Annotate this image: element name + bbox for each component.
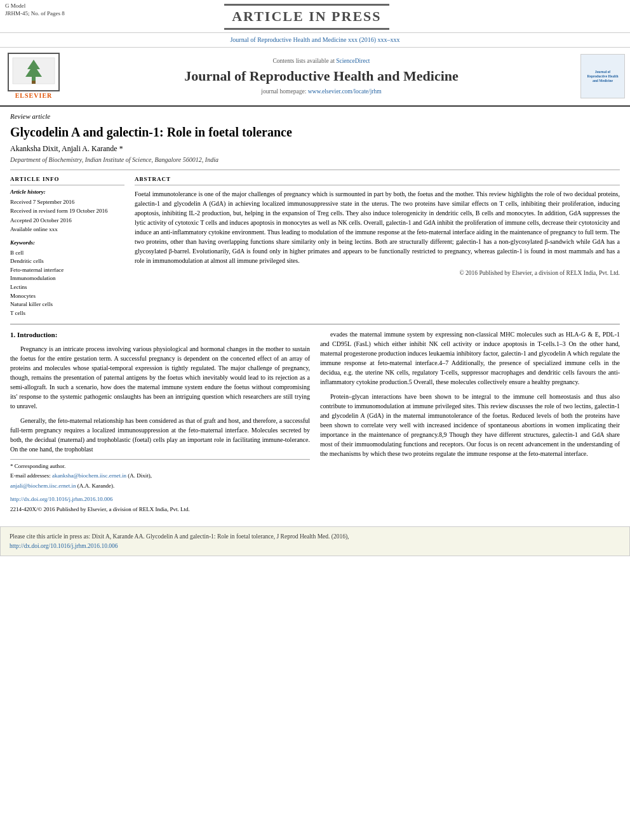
footnote-area: * Corresponding author. E-mail addresses… [10, 459, 310, 491]
top-banner: G Model JRHM-45; No. of Pages 8 ARTICLE … [0, 0, 630, 33]
authors-text: Akanksha Dixit, Anjali A. Karande * [10, 144, 123, 153]
available-text: Available online xxx [10, 225, 124, 234]
article-authors: Akanksha Dixit, Anjali A. Karande * [10, 143, 620, 154]
journal-title-section: Contents lists available at ScienceDirec… [62, 57, 580, 96]
keyword-nk-cells: Natural killer cells [10, 300, 124, 309]
email1-name: (A. Dixit), [128, 472, 152, 479]
right-column: evades the maternal immune system by exp… [320, 330, 620, 515]
jrhm-label: JRHM-45; No. of Pages 8 [5, 10, 65, 18]
email-line-1: E-mail addresses: akanksha@biochem.iisc.… [10, 472, 310, 481]
article-type-label: Review article [10, 112, 620, 121]
homepage-label: journal homepage: [261, 88, 306, 95]
intro-heading: 1. Introduction: [10, 330, 310, 340]
thumbnail-title: Journal ofReproductive Healthand Medicin… [587, 70, 619, 83]
article-body: Review article Glycodelin A and galectin… [0, 107, 630, 520]
abstract-title: ABSTRACT [135, 175, 620, 185]
journal-subtitle-text: Journal of Reproductive Health and Medic… [230, 36, 399, 43]
email2-link[interactable]: anjali@biochem.iisc.ernet.in [10, 483, 76, 489]
email2-name: (A.A. Karande). [77, 483, 114, 489]
elsevier-logo: ELSEVIER [5, 53, 62, 100]
homepage-url-link[interactable]: www.elsevier.com/locate/jrhm [308, 88, 382, 95]
contents-available-text: Contents lists available at ScienceDirec… [70, 57, 573, 65]
intro-para3: evades the maternal immune system by exp… [320, 330, 620, 387]
footer-cite-text: Please cite this article in press as: Di… [10, 533, 349, 540]
journal-homepage: journal homepage: www.elsevier.com/locat… [70, 88, 573, 96]
science-direct-link[interactable]: ScienceDirect [336, 58, 370, 64]
journal-thumbnail: Journal ofReproductive Healthand Medicin… [580, 54, 625, 98]
keyword-dendritic-cells: Dendritic cells [10, 257, 124, 265]
contents-available-label: Contents lists available at [272, 58, 334, 64]
keywords-section: Keywords: B cell Dendritic cells Feto-ma… [10, 239, 124, 317]
elsevier-logo-box [8, 53, 60, 91]
intro-para2: Generally, the feto-maternal relationshi… [10, 416, 310, 454]
g-model-info: G Model JRHM-45; No. of Pages 8 [5, 3, 65, 17]
intro-para4: Protein–glycan interactions have been sh… [320, 392, 620, 458]
article-info-section: ARTICLE INFO Article history: Received 7… [10, 175, 124, 317]
article-title: Glycodelin A and galectin-1: Role in foe… [10, 124, 620, 140]
article-in-press-banner: ARTICLE IN PRESS [65, 3, 549, 31]
keyword-b-cell: B cell [10, 249, 124, 257]
keyword-feto-maternal: Feto-maternal interface [10, 266, 124, 274]
article-info-title: ARTICLE INFO [10, 175, 124, 185]
g-model-label: G Model [5, 3, 65, 10]
svg-rect-2 [32, 81, 36, 84]
journal-header: ELSEVIER Contents lists available at Sci… [0, 48, 630, 107]
elsevier-brand-text: ELSEVIER [5, 91, 62, 100]
article-affiliation: Department of Biochemistry, Indian Insti… [10, 156, 620, 164]
elsevier-logo-svg [11, 57, 56, 85]
email-line-2: anjali@biochem.iisc.ernet.in (A.A. Karan… [10, 482, 310, 491]
abstract-section: ABSTRACT Foetal immunotolerance is one o… [135, 175, 620, 317]
accepted-text: Accepted 20 October 2016 [10, 217, 124, 225]
keyword-lectins: Lectins [10, 283, 124, 291]
keyword-monocytes: Monocytes [10, 292, 124, 300]
intro-para1: Pregnancy is an intricate process involv… [10, 344, 310, 411]
abstract-copyright: © 2016 Published by Elsevier, a division… [135, 269, 620, 277]
info-abstract-container: ARTICLE INFO Article history: Received 7… [10, 170, 620, 317]
received-text: Received 7 September 2016 [10, 198, 124, 206]
keywords-label: Keywords: [10, 239, 124, 247]
keyword-immunomodulation: Immunomodulation [10, 274, 124, 283]
left-column: 1. Introduction: Pregnancy is an intrica… [10, 330, 310, 515]
keyword-t-cells: T cells [10, 309, 124, 317]
email-label: E-mail addresses: [10, 472, 51, 479]
abstract-text: Foetal immunotolerance is one of the maj… [135, 189, 620, 265]
article-in-press-title: ARTICLE IN PRESS [224, 4, 389, 30]
corresponding-author: * Corresponding author. [10, 462, 310, 471]
doi-link[interactable]: http://dx.doi.org/10.1016/j.jrhm.2016.10… [10, 496, 113, 502]
doi-area: http://dx.doi.org/10.1016/j.jrhm.2016.10… [10, 494, 310, 504]
journal-subtitle-line: Journal of Reproductive Health and Medic… [0, 33, 630, 48]
footer-citation-bar: Please cite this article in press as: Di… [0, 526, 630, 556]
revised-text: Received in revised form 19 October 2016 [10, 207, 124, 215]
main-article-columns: 1. Introduction: Pregnancy is an intrica… [10, 324, 620, 515]
page-container: G Model JRHM-45; No. of Pages 8 ARTICLE … [0, 0, 630, 840]
footer-doi-link[interactable]: http://dx.doi.org/10.1016/j.jrhm.2016.10… [10, 543, 118, 549]
issn-text: 2214-420X/© 2016 Published by Elsevier, … [10, 505, 310, 514]
journal-main-title: Journal of Reproductive Health and Medic… [70, 68, 573, 84]
email1-link[interactable]: akanksha@biochem.iisc.ernet.in [52, 472, 126, 479]
history-label: Article history: [10, 188, 124, 196]
